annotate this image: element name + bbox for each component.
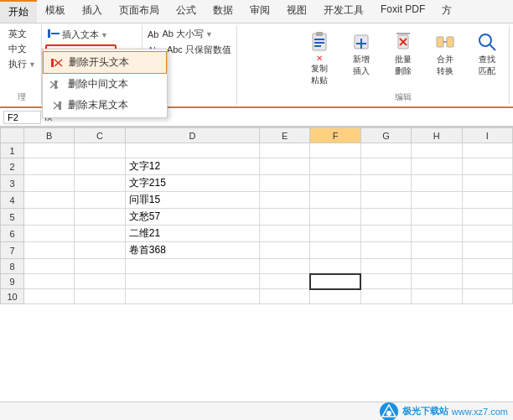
- col-header-e[interactable]: E: [259, 128, 309, 143]
- tab-data[interactable]: 数据: [205, 0, 241, 23]
- col-header-h[interactable]: H: [412, 128, 462, 143]
- cell-d3[interactable]: 文字215: [125, 175, 259, 192]
- cell-b1[interactable]: [24, 143, 75, 158]
- cell-e3[interactable]: [259, 175, 309, 192]
- cell-c10[interactable]: [75, 289, 125, 304]
- cell-reference[interactable]: F2: [3, 111, 41, 124]
- cell-b8[interactable]: [24, 259, 75, 274]
- cell-h3[interactable]: [412, 175, 462, 192]
- cell-g4[interactable]: [360, 192, 411, 209]
- cell-f10[interactable]: [310, 289, 360, 304]
- cell-b7[interactable]: [24, 242, 75, 259]
- cell-c7[interactable]: [75, 242, 125, 259]
- btn-paste[interactable]: ✕ 复制粘贴: [301, 27, 338, 90]
- cell-c1[interactable]: [75, 143, 125, 158]
- cell-d6[interactable]: 二维21: [125, 226, 259, 242]
- col-header-g[interactable]: G: [360, 128, 411, 143]
- cell-d8[interactable]: [125, 259, 259, 274]
- cell-i6[interactable]: [462, 226, 513, 242]
- cell-g1[interactable]: [360, 143, 411, 158]
- btn-insert-text[interactable]: 插入文本 ▼: [45, 27, 110, 43]
- cell-e4[interactable]: [259, 192, 309, 209]
- cell-i3[interactable]: [462, 175, 513, 192]
- cell-b10[interactable]: [24, 289, 75, 304]
- cell-i4[interactable]: [462, 192, 513, 209]
- cell-c5[interactable]: [75, 209, 125, 226]
- col-header-d[interactable]: D: [125, 128, 259, 143]
- cell-b4[interactable]: [24, 192, 75, 209]
- cell-i2[interactable]: [462, 158, 513, 175]
- btn-batch-delete[interactable]: 批量删除: [385, 27, 422, 80]
- tab-foxit[interactable]: Foxit PDF: [372, 0, 433, 23]
- cell-c4[interactable]: [75, 192, 125, 209]
- btn-execute[interactable]: 执行 ▼: [7, 57, 38, 71]
- cell-f2[interactable]: [310, 158, 360, 175]
- col-header-f[interactable]: F: [310, 128, 360, 143]
- dropdown-item-delete-tail[interactable]: 删除末尾文本: [43, 95, 167, 116]
- tab-layout[interactable]: 页面布局: [111, 0, 168, 23]
- cell-e6[interactable]: [259, 226, 309, 242]
- cell-h10[interactable]: [412, 289, 462, 304]
- cell-b5[interactable]: [24, 209, 75, 226]
- btn-text-size[interactable]: Ab Ab 大小写 ▼: [146, 27, 215, 41]
- btn-insert[interactable]: 新增插入: [343, 27, 380, 80]
- col-header-b[interactable]: B: [24, 128, 75, 143]
- tab-view[interactable]: 视图: [278, 0, 315, 23]
- btn-find-match[interactable]: 查找匹配: [469, 27, 505, 80]
- cell-i1[interactable]: [462, 143, 513, 158]
- tab-review[interactable]: 审阅: [241, 0, 278, 23]
- cell-g7[interactable]: [360, 242, 411, 259]
- tab-developer[interactable]: 开发工具: [315, 0, 372, 23]
- cell-g5[interactable]: [360, 209, 411, 226]
- cell-e5[interactable]: [259, 209, 309, 226]
- btn-english[interactable]: 中文: [7, 42, 38, 56]
- cell-h7[interactable]: [412, 242, 462, 259]
- cell-b6[interactable]: [24, 226, 75, 242]
- dropdown-item-delete-middle[interactable]: 删除中间文本: [43, 74, 167, 95]
- cell-i7[interactable]: [462, 242, 513, 259]
- cell-b9[interactable]: [24, 274, 75, 289]
- cell-f8[interactable]: [310, 259, 360, 274]
- cell-d9[interactable]: [125, 274, 259, 289]
- cell-h2[interactable]: [412, 158, 462, 175]
- cell-c3[interactable]: [75, 175, 125, 192]
- cell-e7[interactable]: [259, 242, 309, 259]
- cell-b2[interactable]: [24, 158, 75, 175]
- cell-f7[interactable]: [310, 242, 360, 259]
- cell-i9[interactable]: [462, 274, 513, 289]
- cell-d10[interactable]: [125, 289, 259, 304]
- cell-c8[interactable]: [75, 259, 125, 274]
- cell-h6[interactable]: [412, 226, 462, 242]
- tab-template[interactable]: 模板: [37, 0, 74, 23]
- cell-d7[interactable]: 卷首368: [125, 242, 259, 259]
- tab-more[interactable]: 方: [433, 0, 460, 23]
- cell-f9-selected[interactable]: [310, 274, 360, 289]
- cell-c6[interactable]: [75, 226, 125, 242]
- cell-d4[interactable]: 问罪15: [125, 192, 259, 209]
- cell-d1[interactable]: [125, 143, 259, 158]
- cell-g3[interactable]: [360, 175, 411, 192]
- cell-f4[interactable]: [310, 192, 360, 209]
- col-header-i[interactable]: I: [462, 128, 513, 143]
- cell-c2[interactable]: [75, 158, 125, 175]
- cell-h9[interactable]: [412, 274, 462, 289]
- cell-h5[interactable]: [412, 209, 462, 226]
- cell-d5[interactable]: 文愁57: [125, 209, 259, 226]
- btn-merge[interactable]: 合并转换: [427, 27, 464, 80]
- cell-e8[interactable]: [259, 259, 309, 274]
- cell-h4[interactable]: [412, 192, 462, 209]
- cell-e10[interactable]: [259, 289, 309, 304]
- cell-g9[interactable]: [360, 274, 411, 289]
- cell-g10[interactable]: [360, 289, 411, 304]
- cell-f1[interactable]: [310, 143, 360, 158]
- btn-chinese[interactable]: 英文: [7, 27, 38, 41]
- cell-g2[interactable]: [360, 158, 411, 175]
- cell-f3[interactable]: [310, 175, 360, 192]
- col-header-c[interactable]: C: [75, 128, 125, 143]
- cell-i5[interactable]: [462, 209, 513, 226]
- cell-g8[interactable]: [360, 259, 411, 274]
- tab-start[interactable]: 开始: [0, 0, 37, 23]
- cell-b3[interactable]: [24, 175, 75, 192]
- cell-g6[interactable]: [360, 226, 411, 242]
- cell-e1[interactable]: [259, 143, 309, 158]
